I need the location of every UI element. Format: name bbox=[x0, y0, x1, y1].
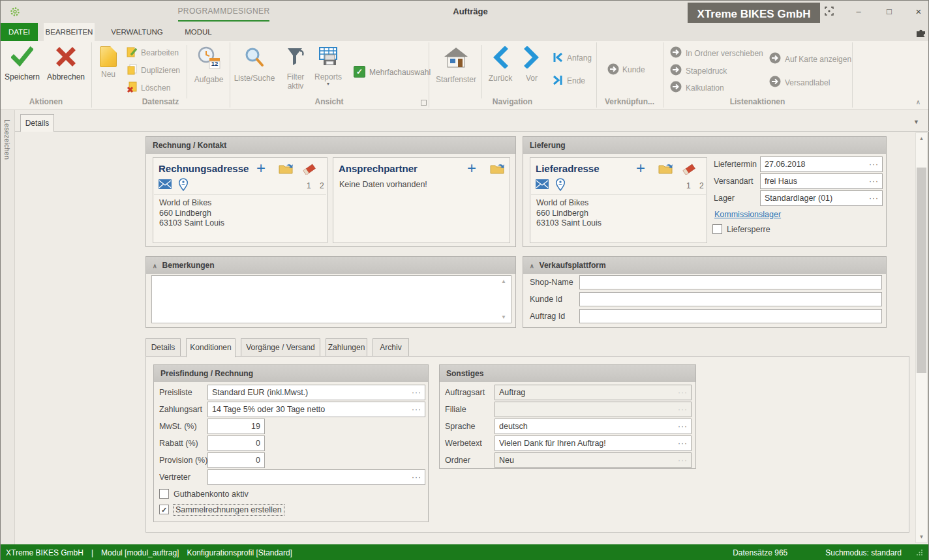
customer-link-button[interactable]: Kunde bbox=[607, 63, 645, 76]
collapse-ribbon-icon[interactable]: ∧ bbox=[916, 98, 921, 106]
save-button[interactable]: Speichern bbox=[2, 44, 42, 81]
task-button[interactable]: 12 Aufgabe bbox=[189, 44, 229, 84]
add-contact-button[interactable]: + bbox=[467, 159, 476, 177]
commission-input[interactable] bbox=[208, 456, 264, 465]
commission-warehouse-link[interactable]: Kommissionslager bbox=[714, 210, 781, 219]
tab-details[interactable]: Details bbox=[145, 338, 181, 357]
discount-input[interactable] bbox=[208, 439, 264, 448]
location-pin-icon[interactable] bbox=[555, 178, 566, 194]
add-address-button[interactable]: + bbox=[256, 159, 266, 177]
open-folder-icon[interactable] bbox=[658, 163, 673, 177]
language-picker-button[interactable]: ··· bbox=[678, 422, 691, 431]
tab-archiv[interactable]: Archiv bbox=[373, 338, 409, 357]
order-type-picker-button[interactable]: ··· bbox=[678, 388, 691, 397]
tab-modul[interactable]: MODUL bbox=[177, 23, 220, 41]
collapse-panel-icon[interactable]: ∧ bbox=[153, 263, 157, 269]
branch-input[interactable] bbox=[495, 405, 678, 414]
forward-button[interactable]: Vor bbox=[519, 44, 545, 83]
branch-picker-button[interactable]: ··· bbox=[678, 405, 691, 414]
list-search-button[interactable]: Liste/Suche bbox=[233, 44, 276, 83]
delivery-date-input[interactable] bbox=[761, 160, 869, 169]
reports-dropdown-icon[interactable]: ▼ bbox=[326, 81, 331, 87]
vertical-scrollbar[interactable]: ▲ ▼ bbox=[915, 132, 928, 543]
add-address-button[interactable]: + bbox=[636, 159, 645, 177]
cancel-button[interactable]: Abbrechen bbox=[42, 44, 89, 81]
tab-bearbeiten[interactable]: BEARBEITEN bbox=[44, 23, 95, 41]
address-page-2[interactable]: 2 bbox=[699, 181, 704, 190]
scrollbar-up-button[interactable]: ▲ bbox=[916, 133, 927, 144]
collapse-panel-icon[interactable]: ∧ bbox=[530, 263, 534, 269]
payment-type-input[interactable] bbox=[208, 405, 412, 414]
tab-zahlungen[interactable]: Zahlungen bbox=[326, 338, 367, 357]
open-folder-icon[interactable] bbox=[490, 163, 504, 177]
tab-vorgaenge-versand[interactable]: Vorgänge / Versand bbox=[241, 338, 320, 357]
shop-name-input[interactable] bbox=[580, 278, 881, 287]
calculation-button[interactable]: Kalkulation bbox=[670, 81, 724, 95]
new-record-button[interactable]: Neu bbox=[93, 44, 124, 79]
delivery-block-checkbox[interactable] bbox=[712, 224, 722, 234]
address-page-2[interactable]: 2 bbox=[320, 181, 324, 190]
fullscreen-icon[interactable] bbox=[824, 6, 834, 19]
minimize-button[interactable]: – bbox=[850, 3, 867, 20]
email-icon[interactable] bbox=[536, 179, 549, 192]
order-type-input[interactable] bbox=[495, 388, 678, 397]
multiselect-checkbox[interactable]: ✓ bbox=[354, 66, 365, 78]
location-pin-icon[interactable] bbox=[178, 178, 189, 194]
duplicate-record-button[interactable]: Duplizieren bbox=[127, 64, 180, 77]
order-id-input[interactable] bbox=[580, 312, 881, 321]
last-record-button[interactable]: Ende bbox=[552, 74, 585, 87]
credit-account-checkbox[interactable] bbox=[159, 489, 169, 499]
bookmark-sidebar[interactable]: Lesezeichen bbox=[1, 110, 15, 544]
price-list-input[interactable] bbox=[208, 388, 412, 397]
edit-record-button[interactable]: Bearbeiten bbox=[127, 46, 179, 59]
scroll-down-icon[interactable]: ▼ bbox=[501, 314, 506, 320]
app-menu-gear-icon[interactable] bbox=[10, 7, 20, 20]
back-button[interactable]: Zurück bbox=[485, 44, 516, 83]
promo-text-input[interactable] bbox=[495, 439, 678, 448]
move-to-folder-button[interactable]: In Ordner verschieben bbox=[670, 46, 763, 60]
maximize-button[interactable]: □ bbox=[881, 3, 898, 20]
shipping-label-button[interactable]: Versandlabel bbox=[769, 76, 830, 89]
warehouse-input[interactable] bbox=[761, 194, 869, 203]
batch-print-button[interactable]: Stapeldruck bbox=[670, 64, 727, 78]
folder-input[interactable] bbox=[495, 456, 678, 465]
delete-record-button[interactable]: Löschen bbox=[127, 81, 170, 95]
tab-verwaltung[interactable]: VERWALTUNG bbox=[102, 23, 172, 41]
promo-text-picker-button[interactable]: ··· bbox=[678, 439, 691, 448]
plugin-puzzle-icon[interactable] bbox=[915, 27, 927, 40]
shipping-type-input[interactable] bbox=[761, 177, 869, 186]
scroll-up-icon[interactable]: ▲ bbox=[501, 278, 506, 284]
tab-konditionen[interactable]: Konditionen bbox=[186, 338, 236, 357]
scrollbar-down-button[interactable]: ▼ bbox=[916, 531, 927, 542]
collective-invoice-checkbox[interactable]: ✓ bbox=[159, 505, 169, 514]
delivery-date-picker-button[interactable]: ··· bbox=[869, 160, 882, 169]
customer-id-input[interactable] bbox=[580, 295, 881, 304]
first-record-button[interactable]: Anfang bbox=[552, 52, 592, 65]
tab-list-dropdown-icon[interactable]: ▼ bbox=[913, 119, 919, 125]
vat-input[interactable] bbox=[208, 422, 264, 431]
sales-rep-picker-button[interactable]: ··· bbox=[412, 473, 425, 482]
eraser-icon[interactable] bbox=[302, 163, 316, 177]
address-page-1[interactable]: 1 bbox=[307, 181, 311, 190]
email-icon[interactable] bbox=[159, 179, 172, 192]
payment-type-picker-button[interactable]: ··· bbox=[412, 405, 425, 414]
remarks-textarea[interactable] bbox=[151, 275, 511, 323]
tab-datei[interactable]: DATEI bbox=[1, 23, 38, 41]
home-button[interactable]: Startfenster bbox=[434, 44, 478, 84]
address-page-1[interactable]: 1 bbox=[686, 181, 691, 190]
eraser-icon[interactable] bbox=[682, 163, 696, 177]
view-tab-details[interactable]: Details bbox=[20, 114, 54, 132]
price-list-picker-button[interactable]: ··· bbox=[412, 388, 425, 397]
filter-active-button[interactable]: Filteraktiv bbox=[281, 44, 310, 91]
warehouse-picker-button[interactable]: ··· bbox=[869, 194, 882, 203]
scrollbar-thumb[interactable] bbox=[917, 168, 926, 373]
show-on-map-button[interactable]: Auf Karte anzeigen bbox=[769, 52, 851, 66]
close-button[interactable]: × bbox=[910, 3, 927, 20]
sales-rep-input[interactable] bbox=[208, 473, 412, 482]
reports-button[interactable]: Reports ▼ bbox=[312, 44, 344, 87]
folder-picker-button[interactable]: ··· bbox=[678, 456, 691, 465]
open-folder-icon[interactable] bbox=[279, 163, 293, 177]
language-input[interactable] bbox=[495, 422, 678, 431]
resize-grip[interactable] bbox=[916, 548, 923, 557]
shipping-type-picker-button[interactable]: ··· bbox=[869, 177, 882, 186]
